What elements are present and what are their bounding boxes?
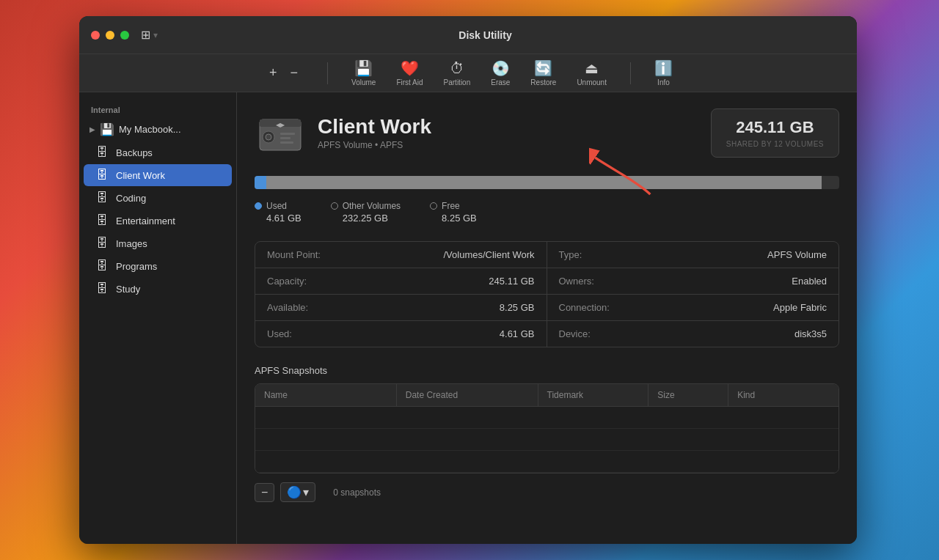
client-work-label: Client Work: [116, 170, 165, 181]
sidebar-item-client-work[interactable]: 🗄 Client Work: [84, 164, 232, 186]
storage-bar: [255, 176, 839, 189]
info-row-device: Device: disk3s5: [547, 321, 839, 347]
first-aid-label: First Aid: [396, 78, 423, 86]
restore-label: Restore: [530, 78, 556, 86]
disk-icon-container: ◀▶: [255, 107, 306, 158]
macbook-icon: 💾: [100, 122, 114, 136]
toolbar-volume[interactable]: 💾 Volume: [351, 59, 376, 86]
snap-col-tidemark: Tidemark: [538, 384, 649, 406]
expand-arrow-icon: ▶: [89, 125, 95, 133]
sidebar-item-programs[interactable]: 🗄 Programs: [84, 255, 232, 277]
programs-label: Programs: [116, 261, 157, 272]
main-content: Internal ▶ 💾 My Macbook... 🗄 Backups 🗄 C…: [79, 92, 857, 544]
info-type-value: APFS Volume: [767, 249, 827, 260]
erase-label: Erase: [491, 78, 510, 86]
remove-snapshot-button[interactable]: −: [255, 483, 274, 502]
images-disk-icon: 🗄: [95, 237, 109, 250]
toolbar-separator-1: [327, 62, 328, 84]
backups-disk-icon: 🗄: [95, 146, 109, 159]
toolbar-separator-2: [630, 62, 631, 84]
legend-other-dot: [331, 202, 338, 210]
legend-free-header: Free: [430, 201, 477, 211]
svg-rect-7: [280, 141, 293, 144]
info-row-capacity: Capacity: 245.11 GB: [255, 268, 547, 295]
remove-volume-button[interactable]: −: [285, 63, 304, 83]
info-row-mount: Mount Point: /Volumes/Client Work: [255, 242, 547, 268]
volume-header: ◀▶ Client Work APFS Volume • APFS 245.11…: [255, 107, 839, 158]
toolbar-unmount[interactable]: ⏏ Unmount: [577, 59, 607, 86]
entertainment-disk-icon: 🗄: [95, 214, 109, 227]
unmount-icon: ⏏: [585, 59, 599, 77]
info-row-available: Available: 8.25 GB: [255, 295, 547, 321]
minimize-button[interactable]: [106, 31, 114, 40]
snapshots-count: 0 snapshots: [333, 487, 381, 498]
backups-label: Backups: [116, 147, 153, 158]
toolbar-partition[interactable]: ⏱ Partition: [444, 60, 471, 86]
bar-other: [266, 176, 822, 189]
info-used-label: Used:: [267, 328, 292, 339]
disk-svg-icon: ◀▶: [257, 109, 304, 156]
snapshot-action-button[interactable]: 🔵 ▾: [280, 482, 315, 502]
sidebar-item-entertainment[interactable]: 🗄 Entertainment: [84, 210, 232, 232]
svg-rect-5: [280, 133, 295, 135]
volume-size-number: 245.11 GB: [726, 118, 824, 137]
sidebar-section-internal: Internal: [79, 101, 236, 117]
study-label: Study: [116, 284, 140, 295]
info-owners-label: Owners:: [559, 276, 594, 287]
info-mount-label: Mount Point:: [267, 249, 321, 260]
study-disk-icon: 🗄: [95, 282, 109, 295]
detail-pane: ◀▶ Client Work APFS Volume • APFS 245.11…: [237, 92, 857, 544]
unmount-label: Unmount: [577, 78, 607, 86]
toolbar: + − 💾 Volume ❤️ First Aid ⏱ Partition 💿 …: [79, 54, 857, 92]
info-capacity-label: Capacity:: [267, 276, 307, 287]
info-device-label: Device:: [559, 328, 591, 339]
volume-subtitle: APFS Volume • APFS: [318, 140, 431, 150]
toolbar-info[interactable]: ℹ️ Info: [654, 59, 673, 86]
storage-bar-container: [255, 176, 839, 189]
client-work-disk-icon: 🗄: [95, 169, 109, 182]
legend-other-value: 232.25 GB: [343, 213, 401, 224]
volume-icon: 💾: [354, 59, 373, 77]
legend-used-value: 4.61 GB: [266, 213, 302, 224]
sidebar-macbook-item[interactable]: ▶ 💾 My Macbook...: [84, 118, 232, 141]
info-table: Mount Point: /Volumes/Client Work Capaci…: [255, 241, 839, 347]
macbook-label: My Macbook...: [119, 124, 181, 135]
sidebar-item-coding[interactable]: 🗄 Coding: [84, 187, 232, 209]
legend-other-label: Other Volumes: [343, 201, 401, 211]
toolbar-restore[interactable]: 🔄 Restore: [530, 59, 556, 86]
snapshots-footer: − 🔵 ▾ 0 snapshots: [255, 482, 839, 502]
snap-empty-row-3: [255, 451, 838, 473]
info-left-col: Mount Point: /Volumes/Client Work Capaci…: [255, 242, 547, 347]
partition-label: Partition: [444, 78, 471, 86]
volume-size-badge: 245.11 GB SHARED BY 12 VOLUMES: [711, 108, 839, 158]
volume-size-shared-label: SHARED BY 12 VOLUMES: [726, 140, 824, 148]
sidebar-item-backups[interactable]: 🗄 Backups: [84, 141, 232, 163]
close-button[interactable]: [91, 31, 100, 40]
info-right-col: Type: APFS Volume Owners: Enabled Connec…: [547, 242, 839, 347]
traffic-lights: [91, 31, 129, 40]
window-title: Disk Utility: [125, 29, 845, 41]
sidebar-item-images[interactable]: 🗄 Images: [84, 232, 232, 254]
add-volume-button[interactable]: +: [263, 63, 283, 83]
snapshots-table: Name Date Created Tidemark Size Kind: [255, 383, 839, 474]
volume-label: Volume: [351, 78, 376, 86]
sidebar: Internal ▶ 💾 My Macbook... 🗄 Backups 🗄 C…: [79, 92, 237, 544]
info-label: Info: [657, 78, 670, 86]
legend-used-header: Used: [255, 201, 302, 211]
snapshots-header: Name Date Created Tidemark Size Kind: [255, 384, 838, 407]
snap-col-kind: Kind: [728, 384, 838, 406]
snap-col-date: Date Created: [397, 384, 538, 406]
snap-empty-row-1: [255, 407, 838, 429]
info-capacity-value: 245.11 GB: [489, 276, 534, 287]
add-remove-group: + −: [263, 63, 304, 83]
toolbar-erase[interactable]: 💿 Erase: [491, 59, 510, 86]
arrow-annotation: [589, 144, 662, 202]
svg-point-4: [266, 134, 271, 140]
sidebar-item-study[interactable]: 🗄 Study: [84, 278, 232, 300]
volume-header-left: ◀▶ Client Work APFS Volume • APFS: [255, 107, 431, 158]
legend-free: Free 8.25 GB: [430, 201, 477, 224]
toolbar-first-aid[interactable]: ❤️ First Aid: [396, 59, 423, 86]
legend-free-value: 8.25 GB: [442, 213, 477, 224]
info-icon: ℹ️: [654, 59, 673, 77]
svg-text:◀▶: ◀▶: [276, 122, 285, 128]
